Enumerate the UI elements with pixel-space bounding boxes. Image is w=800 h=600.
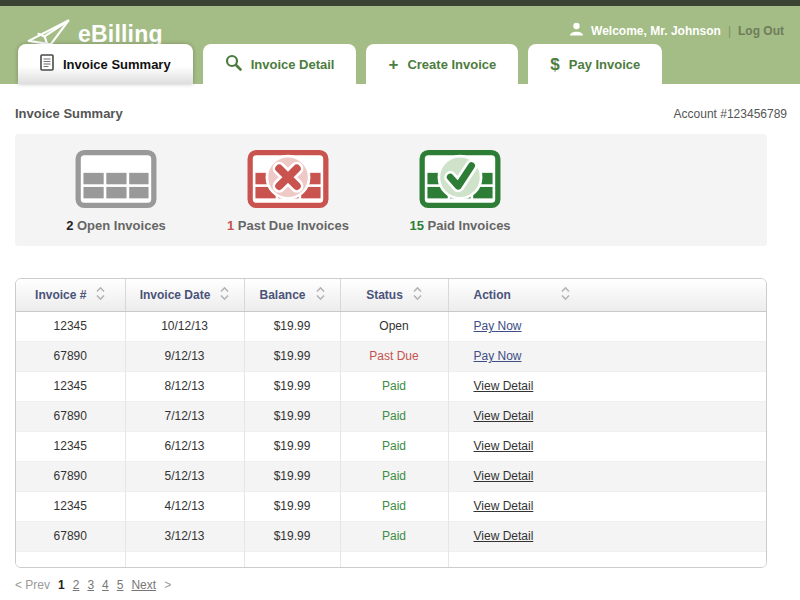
table-row: 67890 3/12/13 $19.99 Paid View Detail [16, 521, 767, 551]
invoice-number-cell: 67890 [16, 401, 125, 431]
column-header-status[interactable]: Status [340, 279, 448, 311]
page-head: Invoice Summary Account #123456789 [15, 106, 787, 121]
column-header-action[interactable]: Action [448, 279, 767, 311]
invoice-number-cell: 12345 [16, 491, 125, 521]
column-header-invoice-number[interactable]: Invoice # [16, 279, 125, 311]
tab-label: Invoice Detail [251, 57, 335, 72]
summary-panel: 2 Open Invoices 1 Past Due Invoices [15, 134, 767, 246]
invoice-number-cell: 12345 [16, 431, 125, 461]
tab-create-invoice[interactable]: + Create Invoice [366, 44, 518, 84]
past-due-invoices-card: 1 Past Due Invoices [223, 148, 353, 233]
sort-icon[interactable] [561, 286, 570, 304]
column-header-balance[interactable]: Balance [244, 279, 340, 311]
open-invoices-label: 2 Open Invoices [51, 218, 181, 233]
plus-icon: + [388, 56, 398, 73]
welcome-text: Welcome, Mr. Johnson [591, 24, 721, 38]
account-number: Account #123456789 [674, 107, 787, 121]
sort-icon[interactable] [316, 286, 325, 304]
balance-cell: $19.99 [244, 431, 340, 461]
table-row: 12345 8/12/13 $19.99 Paid View Detail [16, 371, 767, 401]
invoice-date-cell: 10/12/13 [125, 311, 244, 341]
header-divider: | [728, 24, 731, 38]
invoice-date-cell: 4/12/13 [125, 491, 244, 521]
sort-icon[interactable] [96, 286, 105, 304]
balance-cell: $19.99 [244, 461, 340, 491]
tab-invoice-summary[interactable]: Invoice Summary [18, 44, 193, 84]
table-row: 12345 10/12/13 $19.99 Open Pay Now [16, 311, 767, 341]
invoice-number-cell: 67890 [16, 461, 125, 491]
pagination-next[interactable]: Next [131, 578, 156, 592]
pay-now-link[interactable]: Pay Now [474, 349, 522, 363]
past-due-invoices-icon [223, 148, 353, 210]
logout-link[interactable]: Log Out [738, 24, 784, 38]
view-detail-link[interactable]: View Detail [474, 439, 534, 453]
balance-cell: $19.99 [244, 491, 340, 521]
status-cell: Paid [340, 491, 448, 521]
pagination-page-2[interactable]: 2 [73, 578, 80, 592]
table-row: 12345 6/12/13 $19.99 Paid View Detail [16, 431, 767, 461]
pagination-page-3[interactable]: 3 [87, 578, 94, 592]
table-header-row: Invoice # Invoice Date Balance Status [16, 279, 767, 311]
open-invoices-card: 2 Open Invoices [51, 148, 181, 233]
column-header-invoice-date[interactable]: Invoice Date [125, 279, 244, 311]
tab-bar: Invoice Summary Invoice Detail + Create … [18, 44, 662, 84]
invoice-date-cell: 6/12/13 [125, 431, 244, 461]
invoice-date-cell: 7/12/13 [125, 401, 244, 431]
pagination-page-4[interactable]: 4 [102, 578, 109, 592]
view-detail-link[interactable]: View Detail [474, 409, 534, 423]
status-cell: Paid [340, 521, 448, 551]
status-cell: Open [340, 311, 448, 341]
status-cell: Paid [340, 461, 448, 491]
invoice-date-cell: 3/12/13 [125, 521, 244, 551]
status-cell: Past Due [340, 341, 448, 371]
pagination-page-1[interactable]: 1 [58, 578, 65, 592]
table-row: 12345 4/12/13 $19.99 Paid View Detail [16, 491, 767, 521]
invoice-date-cell: 9/12/13 [125, 341, 244, 371]
invoice-date-cell: 5/12/13 [125, 461, 244, 491]
invoice-number-cell: 67890 [16, 341, 125, 371]
sort-icon[interactable] [220, 286, 229, 304]
status-cell: Paid [340, 401, 448, 431]
app-header: eBilling Welcome, Mr. Johnson | Log Out [0, 6, 800, 84]
invoice-table: Invoice # Invoice Date Balance Status [15, 278, 767, 568]
table-row: 67890 5/12/13 $19.99 Paid View Detail [16, 461, 767, 491]
paid-invoices-label: 15 Paid Invoices [395, 218, 525, 233]
balance-cell: $19.99 [244, 371, 340, 401]
page-title: Invoice Summary [15, 106, 123, 121]
status-cell: Paid [340, 371, 448, 401]
table-row: 67890 9/12/13 $19.99 Past Due Pay Now [16, 341, 767, 371]
sort-icon[interactable] [413, 286, 422, 304]
tab-invoice-detail[interactable]: Invoice Detail [203, 44, 357, 84]
balance-cell: $19.99 [244, 401, 340, 431]
invoice-number-cell: 12345 [16, 371, 125, 401]
search-icon [225, 54, 242, 74]
past-due-invoices-label: 1 Past Due Invoices [223, 218, 353, 233]
view-detail-link[interactable]: View Detail [474, 469, 534, 483]
invoice-number-cell: 12345 [16, 311, 125, 341]
tab-pay-invoice[interactable]: $ Pay Invoice [528, 44, 662, 84]
open-invoices-icon [51, 148, 181, 210]
table-empty-row [16, 551, 767, 567]
tab-label: Create Invoice [407, 57, 496, 72]
view-detail-link[interactable]: View Detail [474, 499, 534, 513]
pay-now-link[interactable]: Pay Now [474, 319, 522, 333]
tab-label: Invoice Summary [63, 57, 171, 72]
document-icon [40, 54, 54, 74]
invoice-date-cell: 8/12/13 [125, 371, 244, 401]
user-area: Welcome, Mr. Johnson | Log Out [569, 22, 784, 39]
paid-invoices-card: 15 Paid Invoices [395, 148, 525, 233]
pagination-next-arrow: > [164, 578, 171, 592]
user-icon [569, 22, 584, 39]
balance-cell: $19.99 [244, 311, 340, 341]
status-cell: Paid [340, 431, 448, 461]
balance-cell: $19.99 [244, 521, 340, 551]
view-detail-link[interactable]: View Detail [474, 379, 534, 393]
pagination: < Prev 1 2 3 4 5 Next > [15, 578, 800, 592]
pagination-prev[interactable]: < Prev [15, 578, 50, 592]
table-row: 67890 7/12/13 $19.99 Paid View Detail [16, 401, 767, 431]
view-detail-link[interactable]: View Detail [474, 529, 534, 543]
dollar-icon: $ [550, 56, 559, 73]
invoice-number-cell: 67890 [16, 521, 125, 551]
paid-invoices-icon [395, 148, 525, 210]
pagination-page-5[interactable]: 5 [117, 578, 124, 592]
